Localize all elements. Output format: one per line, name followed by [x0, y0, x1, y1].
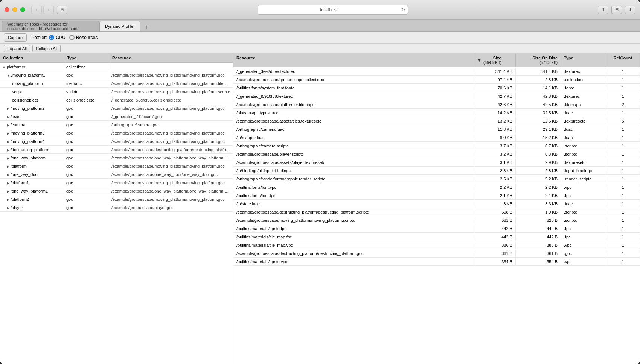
res-row[interactable]: /example/grottoescape/destructing_platfo…: [233, 208, 640, 216]
res-row[interactable]: /example/grottoescape/grottoescape.colle…: [233, 76, 640, 84]
res-row[interactable]: /in/bindings/all.input_bindingc2.8 KB2.8…: [233, 167, 640, 175]
expand-icon[interactable]: ▼: [2, 65, 6, 69]
tree-row[interactable]: ▶/moving_platform3goc/example/grottoesca…: [0, 129, 233, 137]
expand-icon[interactable]: ▶: [7, 156, 9, 160]
res-cell-r-sizeOnDisc: 2.1 KB: [516, 192, 561, 199]
tree-row[interactable]: scriptscriptc/example/grottoescape/movin…: [0, 88, 233, 96]
tree-cell-type: scriptc: [64, 88, 109, 95]
res-cell-r-size: 1.3 KB: [474, 200, 516, 207]
tree-row[interactable]: ▶/playergoc/example/grottoescape/player.…: [0, 203, 233, 212]
expand-icon[interactable]: ▶: [7, 190, 9, 193]
expand-icon[interactable]: ▶: [7, 198, 9, 202]
address-input[interactable]: [258, 5, 408, 15]
reload-icon[interactable]: ↻: [401, 7, 405, 12]
tree-row[interactable]: ▶/one_way_platformgoc/example/grottoesca…: [0, 154, 233, 162]
res-row[interactable]: /in/mapper.luac8.0 KB15.2 KB.luac1: [233, 133, 640, 142]
res-cell-r-refcount: 1: [606, 134, 640, 141]
res-cell-r-type: .luac: [561, 134, 606, 141]
res-cell-r-size: 354 B: [474, 258, 516, 265]
tree-cell-resource: /example/grottoescape/moving_platform/mo…: [109, 105, 233, 112]
res-row[interactable]: /builtins/fonts/system_font.fontc70.6 KB…: [233, 84, 640, 92]
header-type: Type: [64, 53, 109, 62]
res-row[interactable]: /example/grottoescape/assets/tiles.textu…: [233, 117, 640, 125]
maximize-button[interactable]: [20, 7, 25, 12]
expand-icon[interactable]: ▶: [7, 206, 9, 210]
tree-row[interactable]: ▶/cameragoc/orthographic/camera.goc: [0, 121, 233, 129]
close-button[interactable]: [5, 7, 9, 12]
tab-add-button[interactable]: +: [142, 23, 151, 31]
tree-row[interactable]: ▶/destructing_platformgoc/example/grotto…: [0, 146, 233, 154]
res-cell-r-size: 3.7 KB: [474, 143, 516, 149]
res-cell-r-resource: /builtins/materials/tile_map.vpc: [233, 242, 474, 249]
res-row[interactable]: /example/grottoescape/destructing_platfo…: [233, 249, 640, 258]
res-row[interactable]: /example/grottoescape/platformer.tilemap…: [233, 100, 640, 109]
expand-icon[interactable]: ▶: [7, 107, 9, 111]
tree-row[interactable]: ▶/platform1goc/example/grottoescape/movi…: [0, 179, 233, 187]
radio-cpu[interactable]: CPU: [49, 35, 65, 40]
res-row[interactable]: /builtins/materials/sprite.vpc354 B354 B…: [233, 258, 640, 266]
tree-cell-collection: ▶/one_way_platform: [0, 155, 64, 161]
expand-all-button[interactable]: Expand All: [4, 45, 30, 52]
rth-size[interactable]: ▼ Size(669.5 KB): [474, 53, 516, 67]
expand-icon[interactable]: ▼: [7, 74, 10, 77]
res-row[interactable]: /builtins/materials/sprite.fpc442 B442 B…: [233, 224, 640, 233]
res-cell-r-size: 442 B: [474, 234, 516, 240]
expand-icon[interactable]: ▶: [7, 173, 9, 177]
res-row[interactable]: /example/grottoescape/assets/player.text…: [233, 158, 640, 167]
tree-row[interactable]: ▶/one_way_platform1goc/example/grottoesc…: [0, 187, 233, 195]
res-row[interactable]: /builtins/materials/tile_map.vpc386 B386…: [233, 241, 640, 249]
res-cell-r-type: .goc: [561, 250, 606, 257]
tab-dynamo[interactable]: Dynamo Profiler: [99, 21, 140, 31]
tree-row[interactable]: collisionobjectcollisionobjectc/_generat…: [0, 96, 233, 104]
res-row[interactable]: /_generated_3ee2ddea.texturec341.4 KB341…: [233, 67, 640, 76]
res-row[interactable]: /orthographic/camera.luac11.8 KB29.1 KB.…: [233, 125, 640, 133]
expand-icon[interactable]: ▶: [7, 115, 9, 119]
tab-webmaster[interactable]: Webmaster Tools - Messages for doc.defol…: [2, 21, 99, 31]
expand-icon[interactable]: ▶: [7, 165, 9, 168]
expand-icon[interactable]: ▶: [7, 181, 9, 185]
extensions-icon[interactable]: ⬇: [625, 6, 635, 14]
radio-resources[interactable]: Resources: [69, 35, 98, 40]
res-cell-r-resource: /builtins/fonts/font.fpc: [233, 192, 474, 199]
res-row[interactable]: /_generated_f5910f88.texturec42.7 KB42.8…: [233, 92, 640, 100]
collapse-all-button[interactable]: Collapse All: [32, 45, 61, 52]
res-row[interactable]: /builtins/fonts/font.fpc2.1 KB2.1 KB.fpc…: [233, 191, 640, 200]
res-row[interactable]: /orthographic/camera.scriptc3.7 KB6.7 KB…: [233, 142, 640, 150]
back-button[interactable]: ‹: [31, 6, 42, 14]
tree-row[interactable]: ▶/moving_platform2goc/example/grottoesca…: [0, 104, 233, 112]
expand-icon[interactable]: ▶: [7, 148, 9, 152]
res-row[interactable]: /builtins/materials/tile_map.fpc442 B442…: [233, 233, 640, 241]
tree-row[interactable]: ▶/platformgoc/example/grottoescape/movin…: [0, 162, 233, 170]
res-row[interactable]: /example/grottoescape/player.scriptc3.2 …: [233, 150, 640, 158]
tree-row[interactable]: ▼/moving_platform1goc/example/grottoesca…: [0, 71, 233, 79]
expand-icon[interactable]: ▶: [7, 123, 9, 127]
new-tab-icon[interactable]: ⊞: [611, 6, 622, 14]
res-cell-r-resource: /orthographic/render/orthographic.render…: [233, 176, 474, 182]
tree-cell-collection: ▶/platform1: [0, 179, 64, 186]
tab-switcher-button[interactable]: ⊞: [57, 6, 67, 14]
res-cell-r-type: .fpc: [561, 225, 606, 232]
tree-row[interactable]: ▼platformercollectionc: [0, 63, 233, 71]
res-row[interactable]: /platypus/platypus.luac14.2 KB32.5 KB.lu…: [233, 109, 640, 117]
res-row[interactable]: /orthographic/render/orthographic.render…: [233, 175, 640, 183]
rth-refcount: RefCount: [606, 53, 640, 67]
res-cell-r-sizeOnDisc: 14.1 KB: [516, 85, 561, 91]
res-cell-r-size: 2.2 KB: [474, 184, 516, 191]
res-cell-r-type: .scriptc: [561, 209, 606, 215]
expand-icon[interactable]: ▶: [7, 132, 9, 135]
expand-icon[interactable]: ▶: [7, 140, 9, 144]
tree-row[interactable]: moving_platformtilemapc/example/grottoes…: [0, 79, 233, 88]
forward-button[interactable]: ›: [43, 6, 54, 14]
capture-button[interactable]: Capture: [4, 33, 27, 42]
tree-row[interactable]: ▶/platform2goc/example/grottoescape/movi…: [0, 195, 233, 203]
share-icon[interactable]: ⬆: [598, 6, 608, 14]
res-row[interactable]: /in/state.luac1.3 KB3.3 KB.luac1: [233, 200, 640, 208]
tree-row[interactable]: ▶/one_way_doorgoc/example/grottoescape/o…: [0, 170, 233, 179]
tree-row[interactable]: ▶/levelgoc/_generated_712ccad7.goc: [0, 112, 233, 121]
minimize-button[interactable]: [12, 7, 17, 12]
tree-row[interactable]: ▶/moving_platform4goc/example/grottoesca…: [0, 137, 233, 146]
res-row[interactable]: /builtins/fonts/font.vpc2.2 KB2.2 KB.vpc…: [233, 183, 640, 191]
res-row[interactable]: /example/grottoescape/moving_platform/mo…: [233, 216, 640, 224]
tree-cell-collection: ▶/one_way_door: [0, 171, 64, 178]
res-cell-r-refcount: 1: [606, 184, 640, 191]
